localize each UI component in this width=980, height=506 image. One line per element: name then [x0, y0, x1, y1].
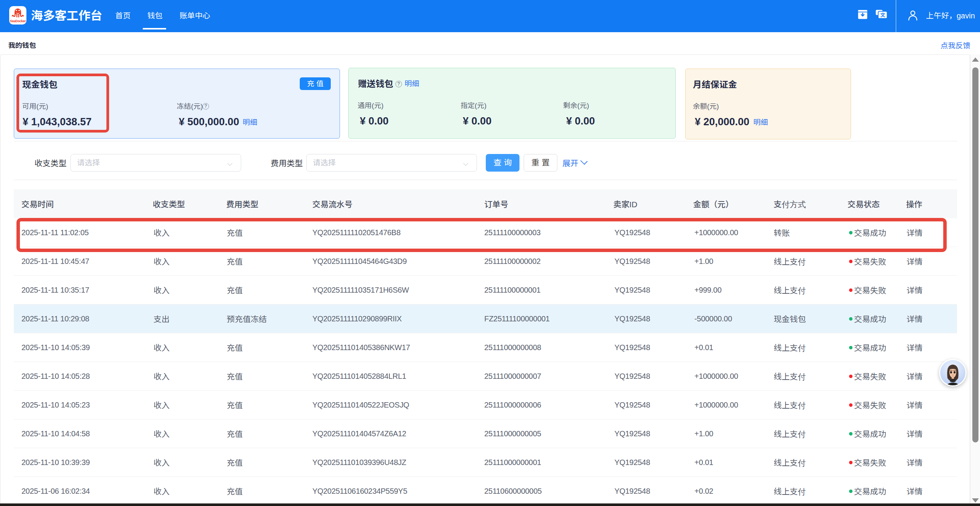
svg-text:SeaDocker: SeaDocker [10, 19, 26, 23]
svg-text:文: 文 [880, 11, 885, 18]
